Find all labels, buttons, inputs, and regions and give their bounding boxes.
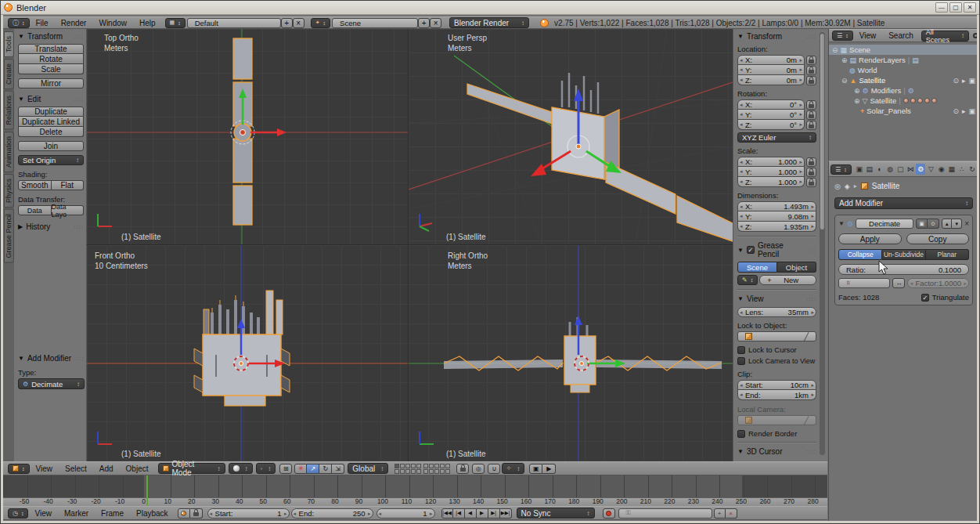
outliner-row-modifiers[interactable]: ⊕ ⚙ Modifiers | ⚙ [829, 85, 977, 96]
delete-keyframe-icon[interactable]: × [726, 508, 737, 519]
panel-header-edit[interactable]: ▼Edit:::: [18, 95, 84, 103]
invert-vertex-group-icon[interactable]: ↔ [892, 278, 905, 288]
tab-constraints-icon[interactable]: ⋈ [906, 164, 915, 175]
set-origin-select[interactable]: Set Origin↕ [18, 155, 84, 165]
grease-pencil-checkbox[interactable]: ✓ [747, 246, 755, 254]
clip-end-field[interactable]: ◂End:1km▸ [737, 390, 816, 400]
render-border-checkbox[interactable] [737, 430, 745, 438]
tab-render-icon[interactable]: ▣ [855, 164, 864, 175]
tab-modifiers-wrench-icon[interactable]: ⚙ [916, 164, 925, 175]
toolshelf-tab[interactable]: Create [4, 59, 14, 89]
data-transfer-button[interactable]: Data [18, 205, 52, 215]
toolshelf-tab[interactable]: Animation [4, 132, 14, 172]
search-icon[interactable] [973, 33, 977, 38]
minimize-button[interactable]: — [935, 2, 948, 13]
shading-button[interactable]: Smooth [18, 180, 52, 190]
insert-keyframe-icon[interactable]: + [714, 508, 726, 519]
keying-lock-icon[interactable] [190, 508, 203, 519]
jump-to-end-button[interactable]: ▶▶| [500, 508, 512, 519]
move-modifier-up-icon[interactable]: ▲ [942, 219, 952, 229]
proportional-edit-icon[interactable]: ◎ [472, 464, 485, 474]
editor-type-button[interactable]: ◷↕ [8, 508, 28, 519]
mode-select[interactable]: Object Mode↕ [158, 463, 225, 474]
lock-button[interactable] [806, 121, 816, 130]
menu-item[interactable]: Frame [95, 509, 130, 518]
frame-end-field[interactable]: ◂End:250▸ [291, 508, 373, 519]
layout-name-field[interactable]: Default [187, 18, 281, 28]
panel-header-transform[interactable]: ▼Transform:::: [737, 32, 816, 41]
add-scene-button[interactable]: + [418, 18, 430, 28]
panel-header-3d-cursor[interactable]: ▼3D Cursor:::: [737, 447, 816, 456]
menu-item[interactable]: Playback [130, 509, 175, 518]
scale-field[interactable]: ◂X:1.000▸ [737, 157, 805, 167]
disclosure-icon[interactable]: ⊕ [854, 97, 860, 105]
scene-selector-icon[interactable]: ✦↕ [311, 18, 330, 28]
auto-keyframe-icon[interactable] [178, 508, 190, 519]
frame-start-field[interactable]: ◂Start:1▸ [207, 508, 290, 519]
play-button[interactable]: ▶ [477, 508, 488, 519]
lens-field[interactable]: ◂Lens:35mm▸ [737, 307, 816, 317]
lock-button[interactable] [806, 100, 816, 110]
renderability-camera-icon[interactable]: ▣ [968, 77, 975, 85]
record-icon[interactable] [603, 508, 615, 519]
current-frame-field[interactable]: ◂1▸ [377, 508, 435, 519]
rotation-field[interactable]: ◂Z:0°▸ [737, 120, 805, 130]
next-keyframe-button[interactable]: ▶| [488, 508, 500, 519]
opengl-render-anim-icon[interactable]: ▶ [542, 464, 556, 474]
viewport-front-ortho[interactable]: Front Ortho 10 Centimeters (1) Satellite [87, 245, 408, 461]
editor-type-button[interactable]: ☰↕ [830, 164, 852, 175]
menu-item[interactable]: Search [882, 31, 920, 40]
timeline-ruler[interactable]: -50-40-30-20-100102030405060708090100110… [3, 475, 827, 506]
pivot-point-select[interactable]: ◦↕ [256, 463, 276, 474]
snap-magnet-icon[interactable]: ∪ [488, 464, 500, 474]
scale-field[interactable]: ◂Y:1.000▸ [737, 167, 805, 177]
outliner-row-scene[interactable]: ⊖ ▦ Scene [829, 45, 977, 55]
toolshelf-button[interactable]: Translate [18, 44, 84, 54]
eyedropper-icon[interactable]: ╱ [804, 332, 809, 341]
toolshelf-tab[interactable]: Relations [4, 91, 14, 130]
location-field[interactable]: ◂Z:0m▸ [737, 75, 805, 85]
scale-manipulator-icon[interactable]: ⇲ [332, 464, 344, 474]
delete-layout-button[interactable]: × [293, 18, 304, 28]
ratio-slider[interactable]: Ratio: 0.1000 [838, 264, 969, 275]
close-button[interactable]: ✕ [964, 2, 976, 13]
toolshelf-tab[interactable]: Grease Pencil [4, 209, 14, 263]
tab-render-layers-icon[interactable]: ▤ [865, 164, 874, 175]
play-reverse-button[interactable]: ◀ [465, 508, 477, 519]
decimate-mode-tab[interactable]: Planar [926, 249, 969, 260]
lock-button[interactable] [806, 168, 816, 177]
toolshelf-tab[interactable]: Physics [4, 174, 14, 208]
outliner-row-world[interactable]: ◍ World [829, 65, 977, 75]
gp-object-tab[interactable]: Object [777, 262, 816, 273]
toolshelf-button[interactable]: Delete [18, 127, 84, 137]
lock-button[interactable] [806, 66, 816, 75]
dimension-field[interactable]: ◂X:1.493m▸ [737, 201, 816, 211]
tab-scene-icon[interactable]: ◐ [875, 164, 885, 175]
triangulate-checkbox[interactable]: ✓ [921, 294, 929, 302]
gp-draw-mode-button[interactable]: ✎↕ [737, 275, 758, 285]
tab-material-icon[interactable]: ◉ [937, 164, 946, 175]
viewport-right-ortho[interactable]: Right Ortho Meters (1) Satellite [409, 245, 733, 461]
material-icon[interactable] [917, 98, 923, 103]
editor-type-button[interactable]: ☰↕ [832, 31, 853, 41]
scale-field[interactable]: ◂Z:1.000▸ [737, 177, 805, 187]
toolshelf-tab[interactable]: Tools [4, 31, 14, 57]
viewport-shading-select[interactable]: ↕ [229, 463, 253, 474]
material-icon[interactable] [924, 98, 930, 103]
menu-item[interactable]: Help [133, 19, 162, 27]
panel-header-add-modifier[interactable]: ▼Add Modifier:::: [18, 354, 85, 363]
rotation-field[interactable]: ◂X:0°▸ [737, 99, 805, 110]
decimate-mode-tab[interactable]: Un-Subdivide [882, 249, 925, 260]
add-layout-button[interactable]: + [281, 18, 293, 28]
rotate-manipulator-icon[interactable]: ↻ [319, 464, 332, 474]
gp-scene-tab[interactable]: Scene [737, 262, 777, 273]
clip-start-field[interactable]: ◂Start:10cm▸ [737, 380, 816, 390]
toolshelf-button[interactable]: Scale [18, 64, 84, 74]
location-field[interactable]: ◂X:0m▸ [737, 55, 805, 65]
selectability-cursor-icon[interactable]: ▸ [962, 107, 966, 115]
material-icon[interactable] [931, 98, 937, 103]
lock-to-scene-icon[interactable] [456, 464, 469, 474]
visibility-eye-icon[interactable]: ⊙ [953, 77, 959, 85]
material-icon[interactable] [910, 98, 916, 103]
panel-header-grease-pencil[interactable]: ▼✓Grease Pencil:::: [737, 241, 816, 258]
